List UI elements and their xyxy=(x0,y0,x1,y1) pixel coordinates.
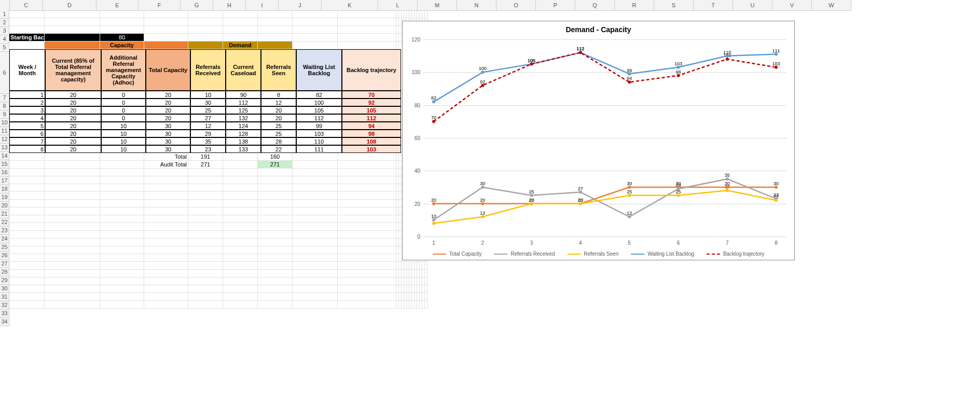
cell-D19[interactable] xyxy=(45,184,100,192)
column-header-F[interactable]: F xyxy=(139,0,181,10)
cell-F27[interactable] xyxy=(144,246,188,254)
row-header-9[interactable]: 9 xyxy=(0,110,9,119)
column-header-W[interactable]: W xyxy=(812,0,851,10)
cell-G24[interactable] xyxy=(188,223,223,231)
cell-G33[interactable] xyxy=(188,293,223,301)
data-D-r6[interactable]: 20 xyxy=(45,130,101,137)
data-I-r1[interactable]: 8 xyxy=(261,91,296,99)
data-C-r4[interactable]: 4 xyxy=(9,114,45,122)
data-G-r2[interactable]: 30 xyxy=(190,99,226,106)
cell-K25[interactable] xyxy=(338,231,396,239)
cell-I21[interactable] xyxy=(258,200,293,207)
cell-E1[interactable] xyxy=(100,10,144,18)
cell-E18[interactable] xyxy=(100,176,144,184)
cell-D3[interactable] xyxy=(45,26,100,34)
row-header-32[interactable]: 32 xyxy=(0,301,9,310)
row-header-2[interactable]: 2 xyxy=(0,19,9,27)
data-E-r1[interactable]: 0 xyxy=(101,91,146,99)
cell-F2[interactable] xyxy=(144,18,188,26)
cell-K20[interactable] xyxy=(338,192,396,200)
grid-body[interactable]: Starting Backlog position80CapacityDeman… xyxy=(9,10,432,309)
cell-I2[interactable] xyxy=(258,18,293,26)
data-J-r7[interactable]: 110 xyxy=(296,137,342,145)
cell-K27[interactable] xyxy=(338,246,396,254)
cell-F30[interactable] xyxy=(144,270,188,277)
total-G[interactable]: 191 xyxy=(188,153,223,161)
data-H-r8[interactable]: 133 xyxy=(226,145,261,153)
data-F-r4[interactable]: 20 xyxy=(146,114,190,122)
cell-E28[interactable] xyxy=(100,254,144,262)
cell-G34[interactable] xyxy=(188,301,223,309)
cell-J30[interactable] xyxy=(293,270,338,277)
cell-K2[interactable] xyxy=(338,18,396,26)
cell-K32[interactable] xyxy=(338,285,396,293)
cell-D34[interactable] xyxy=(45,301,100,309)
data-F-r3[interactable]: 20 xyxy=(146,106,190,114)
total-K[interactable] xyxy=(338,153,396,161)
cell-F26[interactable] xyxy=(144,239,188,246)
header-F[interactable]: Total Capacity xyxy=(146,49,190,91)
data-D-r2[interactable]: 20 xyxy=(45,99,101,106)
header-D[interactable]: Current (85% of Total Referral managemen… xyxy=(45,49,101,91)
audit-F[interactable]: Audit Total xyxy=(144,161,188,169)
cell-K26[interactable] xyxy=(338,239,396,246)
cell-D33[interactable] xyxy=(45,293,100,301)
cell-F1[interactable] xyxy=(144,10,188,18)
data-K-r3[interactable]: 105 xyxy=(342,106,401,114)
data-E-r8[interactable]: 10 xyxy=(101,145,146,153)
cell-C25[interactable] xyxy=(9,231,45,239)
data-G-r3[interactable]: 25 xyxy=(190,106,226,114)
cell-H4[interactable] xyxy=(223,34,258,41)
cell-K24[interactable] xyxy=(338,223,396,231)
cell-F28[interactable] xyxy=(144,254,188,262)
column-header-E[interactable]: E xyxy=(96,0,139,10)
row-header-22[interactable]: 22 xyxy=(0,218,9,227)
cell-E22[interactable] xyxy=(100,207,144,215)
cell-D5[interactable] xyxy=(45,41,100,49)
cell-E3[interactable] xyxy=(100,26,144,34)
cell-H32[interactable] xyxy=(223,285,258,293)
cell-J33[interactable] xyxy=(293,293,338,301)
row-header-7[interactable]: 7 xyxy=(0,94,9,102)
starting-backlog-value[interactable]: 80 xyxy=(100,34,144,41)
cell-G31[interactable] xyxy=(188,277,223,285)
column-header-M[interactable]: M xyxy=(418,0,457,10)
cell-G27[interactable] xyxy=(188,246,223,254)
cell-D23[interactable] xyxy=(45,215,100,223)
cell-H5[interactable]: Demand xyxy=(223,41,258,49)
column-header-I[interactable]: I xyxy=(246,0,279,10)
row-header-19[interactable]: 19 xyxy=(0,193,9,202)
cell-H33[interactable] xyxy=(223,293,258,301)
column-header-J[interactable]: J xyxy=(279,0,322,10)
cell-I22[interactable] xyxy=(258,207,293,215)
data-J-r4[interactable]: 112 xyxy=(296,114,342,122)
row-header-31[interactable]: 31 xyxy=(0,293,9,301)
audit-H[interactable] xyxy=(223,161,258,169)
cell-G23[interactable] xyxy=(188,215,223,223)
cell-E25[interactable] xyxy=(100,231,144,239)
data-D-r4[interactable]: 20 xyxy=(45,114,101,122)
data-C-r3[interactable]: 3 xyxy=(9,106,45,114)
cell-K21[interactable] xyxy=(338,200,396,207)
cell-C27[interactable] xyxy=(9,246,45,254)
data-H-r3[interactable]: 125 xyxy=(226,106,261,114)
cell-D27[interactable] xyxy=(45,246,100,254)
cell-H26[interactable] xyxy=(223,239,258,246)
total-E[interactable] xyxy=(100,153,144,161)
cell-W29[interactable] xyxy=(425,262,427,270)
total-J[interactable] xyxy=(293,153,338,161)
header-E[interactable]: Additional Referral management Capacity … xyxy=(101,49,146,91)
cell-E32[interactable] xyxy=(100,285,144,293)
cell-D29[interactable] xyxy=(45,262,100,270)
cell-H18[interactable] xyxy=(223,176,258,184)
cell-D2[interactable] xyxy=(45,18,100,26)
data-H-r5[interactable]: 124 xyxy=(226,122,261,130)
cell-H1[interactable] xyxy=(223,10,258,18)
cell-J21[interactable] xyxy=(293,200,338,207)
cell-W34[interactable] xyxy=(425,301,427,309)
cell-F25[interactable] xyxy=(144,231,188,239)
cell-I33[interactable] xyxy=(258,293,293,301)
data-F-r7[interactable]: 30 xyxy=(146,137,190,145)
column-header-G[interactable]: G xyxy=(181,0,213,10)
data-J-r5[interactable]: 99 xyxy=(296,122,342,130)
